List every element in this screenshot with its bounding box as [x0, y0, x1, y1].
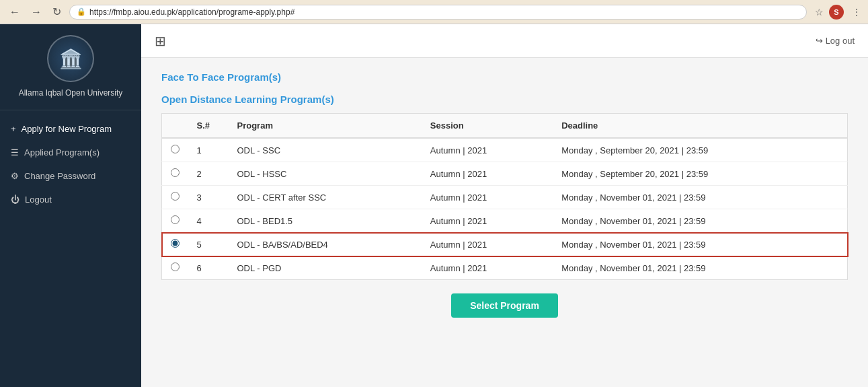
- table-row[interactable]: 2ODL - HSSCAutumn | 2021Monday , Septemb…: [162, 162, 848, 186]
- program-radio-5[interactable]: [171, 239, 180, 248]
- sno-cell: 4: [189, 209, 229, 233]
- url-text: https://fmbp.aiou.edu.pk/application/pro…: [89, 7, 294, 17]
- power-icon: ⏻: [11, 195, 19, 205]
- radio-cell: [162, 162, 189, 186]
- content-area: Face To Face Program(s) Open Distance Le…: [141, 58, 868, 387]
- gear-icon: ⚙: [11, 171, 19, 181]
- sidebar-item-logout-label: Logout: [25, 195, 52, 205]
- select-program-button[interactable]: Select Program: [451, 293, 558, 318]
- bookmark-icon[interactable]: ☆: [815, 7, 824, 17]
- program-cell: ODL - PGD: [229, 256, 422, 280]
- select-btn-area: Select Program: [161, 293, 848, 318]
- program-cell: ODL - SSC: [229, 138, 422, 162]
- col-radio: [162, 114, 189, 139]
- radio-cell: [162, 233, 189, 256]
- sidebar-item-logout[interactable]: ⏻ Logout: [0, 188, 141, 211]
- program-radio-3[interactable]: [171, 192, 180, 201]
- deadline-cell: Monday , September 20, 2021 | 23:59: [553, 138, 847, 162]
- program-cell: ODL - BED1.5: [229, 209, 422, 233]
- url-bar[interactable]: 🔒 https://fmbp.aiou.edu.pk/application/p…: [69, 5, 807, 20]
- grid-icon[interactable]: ⊞: [155, 33, 166, 49]
- lock-icon: 🔒: [77, 7, 86, 16]
- session-cell: Autumn | 2021: [422, 256, 553, 280]
- radio-cell: [162, 186, 189, 209]
- program-radio-4[interactable]: [171, 215, 180, 224]
- table-row[interactable]: 6ODL - PGDAutumn | 2021Monday , November…: [162, 256, 848, 280]
- refresh-button[interactable]: ↻: [50, 4, 64, 20]
- deadline-cell: Monday , November 01, 2021 | 23:59: [553, 256, 847, 280]
- sidebar-item-applied-label: Applied Program(s): [24, 147, 100, 157]
- sno-cell: 5: [189, 233, 229, 256]
- logout-arrow-icon: ↪: [816, 36, 823, 46]
- program-cell: ODL - CERT after SSC: [229, 186, 422, 209]
- top-bar: ⊞ ↪ Log out: [141, 24, 868, 58]
- program-radio-1[interactable]: [171, 145, 180, 153]
- sidebar-item-apply-label: Apply for New Program: [22, 124, 112, 134]
- radio-cell: [162, 256, 189, 280]
- sidebar-item-applied[interactable]: ☰ Applied Program(s): [0, 141, 141, 164]
- sno-cell: 3: [189, 186, 229, 209]
- table-row[interactable]: 4ODL - BED1.5Autumn | 2021Monday , Novem…: [162, 209, 848, 233]
- logout-button[interactable]: ↪ Log out: [816, 36, 855, 46]
- sidebar-item-password[interactable]: ⚙ Change Password: [0, 164, 141, 188]
- sidebar: 🏛️ Allama Iqbal Open University + Apply …: [0, 24, 141, 387]
- session-cell: Autumn | 2021: [422, 162, 553, 186]
- table-header-row: S.# Program Session Deadline: [162, 114, 848, 139]
- plus-icon: +: [11, 124, 16, 134]
- app-layout: 🏛️ Allama Iqbal Open University + Apply …: [0, 24, 868, 387]
- main-content: ⊞ ↪ Log out Face To Face Program(s) Open…: [141, 24, 868, 387]
- radio-cell: [162, 209, 189, 233]
- program-radio-2[interactable]: [171, 168, 180, 177]
- university-emblem: 🏛️: [47, 35, 94, 82]
- back-button[interactable]: ←: [7, 5, 23, 20]
- odl-title: Open Distance Learning Program(s): [161, 94, 848, 105]
- session-cell: Autumn | 2021: [422, 233, 553, 256]
- col-deadline: Deadline: [553, 114, 847, 139]
- sidebar-item-password-label: Change Password: [24, 171, 95, 181]
- browser-menu-icon[interactable]: ⋮: [852, 7, 861, 17]
- sidebar-logo: 🏛️ Allama Iqbal Open University: [0, 24, 141, 110]
- browser-chrome: ← → ↻ 🔒 https://fmbp.aiou.edu.pk/applica…: [0, 0, 868, 24]
- program-radio-6[interactable]: [171, 262, 180, 271]
- sno-cell: 2: [189, 162, 229, 186]
- col-sno: S.#: [189, 114, 229, 139]
- deadline-cell: Monday , November 01, 2021 | 23:59: [553, 233, 847, 256]
- session-cell: Autumn | 2021: [422, 209, 553, 233]
- col-program: Program: [229, 114, 422, 139]
- table-row[interactable]: 3ODL - CERT after SSCAutumn | 2021Monday…: [162, 186, 848, 209]
- forward-button[interactable]: →: [28, 5, 44, 20]
- deadline-cell: Monday , November 01, 2021 | 23:59: [553, 186, 847, 209]
- sno-cell: 1: [189, 138, 229, 162]
- col-session: Session: [422, 114, 553, 139]
- table-row[interactable]: 1ODL - SSCAutumn | 2021Monday , Septembe…: [162, 138, 848, 162]
- session-cell: Autumn | 2021: [422, 138, 553, 162]
- program-cell: ODL - BA/BS/AD/BED4: [229, 233, 422, 256]
- sidebar-nav: + Apply for New Program ☰ Applied Progra…: [0, 110, 141, 387]
- radio-cell: [162, 138, 189, 162]
- table-row[interactable]: 5ODL - BA/BS/AD/BED4Autumn | 2021Monday …: [162, 233, 848, 256]
- sidebar-item-apply[interactable]: + Apply for New Program: [0, 117, 141, 141]
- university-name: Allama Iqbal Open University: [19, 87, 123, 99]
- face-to-face-title: Face To Face Program(s): [161, 71, 848, 83]
- deadline-cell: Monday , November 01, 2021 | 23:59: [553, 209, 847, 233]
- face-to-face-section: Face To Face Program(s): [161, 71, 848, 83]
- sno-cell: 6: [189, 256, 229, 280]
- odl-section: Open Distance Learning Program(s) S.# Pr…: [161, 94, 848, 280]
- logout-label: Log out: [826, 36, 855, 46]
- program-table: S.# Program Session Deadline 1ODL - SSCA…: [161, 113, 848, 280]
- profile-avatar[interactable]: S: [829, 5, 844, 20]
- list-icon: ☰: [11, 147, 19, 157]
- program-cell: ODL - HSSC: [229, 162, 422, 186]
- session-cell: Autumn | 2021: [422, 186, 553, 209]
- deadline-cell: Monday , September 20, 2021 | 23:59: [553, 162, 847, 186]
